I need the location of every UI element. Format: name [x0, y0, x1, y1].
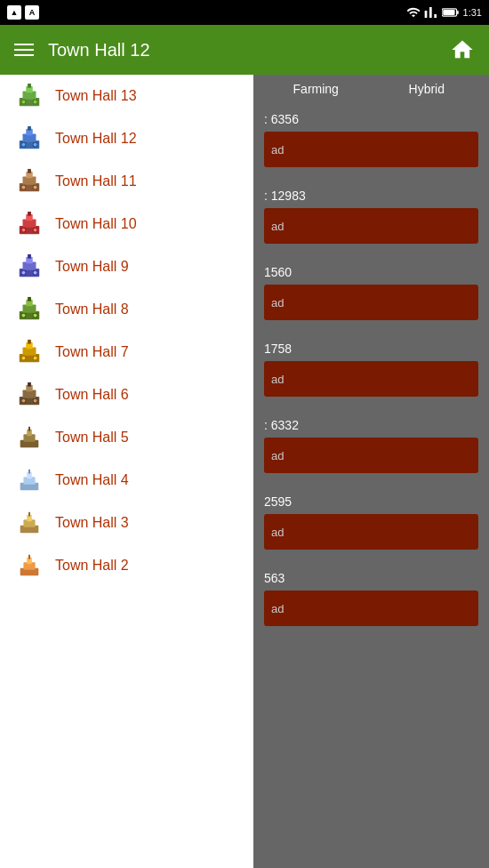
sidebar: Town Hall 13 Town Hall 12: [0, 75, 253, 868]
th7-label: Town Hall 7: [55, 344, 129, 360]
th2-icon: [14, 551, 44, 581]
sidebar-item-th8[interactable]: Town Hall 8: [0, 288, 253, 331]
main-content: Town Hall 13 Town Hall 12: [0, 75, 489, 868]
data-bar-7[interactable]: ad: [264, 591, 478, 626]
data-bar-text-5: ad: [271, 449, 284, 462]
status-left-icons: ▲ A: [7, 5, 39, 20]
sidebar-item-th10[interactable]: Town Hall 10: [0, 203, 253, 245]
th3-label: Town Hall 3: [55, 515, 129, 531]
data-value-1: : 6356: [264, 112, 478, 126]
th2-label: Town Hall 2: [55, 558, 129, 574]
data-bar-text-3: ad: [271, 296, 284, 309]
sidebar-item-th9[interactable]: Town Hall 9: [0, 245, 253, 288]
th5-icon: [14, 422, 44, 453]
th13-icon: [14, 81, 44, 111]
svg-point-65: [22, 399, 26, 403]
status-bar: ▲ A 1:31: [0, 0, 489, 25]
data-section-6: 2595 ad: [253, 486, 489, 562]
column-headers: Farming Hybrid: [253, 75, 489, 103]
svg-rect-46: [28, 297, 31, 301]
data-section-4: 1758 ad: [253, 333, 489, 409]
svg-rect-22: [28, 169, 31, 173]
data-bar-4[interactable]: ad: [264, 361, 478, 397]
sidebar-item-th7[interactable]: Town Hall 7: [0, 331, 253, 374]
svg-point-26: [34, 186, 37, 189]
svg-rect-70: [28, 427, 30, 431]
sidebar-item-th2[interactable]: Town Hall 2: [0, 544, 253, 587]
svg-rect-14: [28, 126, 31, 131]
data-bar-text-6: ad: [271, 526, 284, 539]
data-bar-2[interactable]: ad: [264, 208, 478, 244]
th11-icon: [14, 166, 44, 197]
th8-icon: [14, 294, 44, 325]
data-section-7: 563 ad: [253, 562, 489, 639]
menu-button[interactable]: [14, 44, 34, 56]
svg-rect-78: [28, 512, 30, 517]
svg-rect-54: [28, 340, 31, 344]
th6-label: Town Hall 6: [55, 387, 129, 403]
home-button[interactable]: [450, 37, 475, 62]
right-panel: Farming Hybrid : 6356 ad : 12983 ad 1560…: [253, 75, 489, 868]
time-display: 1:31: [463, 7, 482, 18]
th9-icon: [14, 252, 44, 282]
svg-point-58: [34, 357, 37, 360]
sidebar-item-th3[interactable]: Town Hall 3: [0, 502, 253, 544]
svg-point-34: [34, 229, 37, 232]
signal-icon: [424, 5, 438, 20]
svg-point-50: [34, 314, 37, 317]
sidebar-item-th5[interactable]: Town Hall 5: [0, 416, 253, 459]
status-right-icons: 1:31: [406, 5, 482, 20]
th10-label: Town Hall 10: [55, 216, 137, 232]
data-section-1: : 6356 ad: [253, 103, 489, 180]
app-title: Town Hall 12: [48, 40, 150, 60]
col-header-hybrid: Hybrid: [375, 82, 479, 96]
svg-rect-30: [28, 212, 31, 216]
data-section-3: 1560 ad: [253, 256, 489, 333]
android-icon: ▲: [7, 5, 21, 20]
svg-point-66: [34, 399, 37, 403]
svg-rect-82: [28, 555, 30, 559]
th11-label: Town Hall 11: [55, 173, 137, 189]
data-value-3: 1560: [264, 265, 478, 279]
th12-icon: [14, 124, 44, 154]
data-bar-text-1: ad: [271, 143, 284, 157]
sidebar-item-th4[interactable]: Town Hall 4: [0, 459, 253, 502]
th3-icon: [14, 508, 44, 538]
svg-point-18: [34, 143, 37, 147]
sidebar-item-th13[interactable]: Town Hall 13: [0, 75, 253, 117]
svg-point-42: [34, 271, 37, 275]
data-value-6: 2595: [264, 494, 478, 509]
svg-point-57: [22, 357, 26, 360]
app-bar-left: Town Hall 12: [14, 40, 150, 60]
data-bar-text-2: ad: [271, 220, 284, 233]
data-bar-5[interactable]: ad: [264, 438, 478, 473]
data-section-5: : 6332 ad: [253, 409, 489, 486]
app-bar: Town Hall 12: [0, 25, 489, 75]
svg-rect-1: [457, 11, 459, 14]
data-bar-text-4: ad: [271, 373, 284, 386]
data-value-2: : 12983: [264, 189, 478, 203]
svg-point-17: [22, 143, 26, 147]
wifi-icon: [406, 5, 421, 20]
th4-icon: [14, 465, 44, 495]
th8-label: Town Hall 8: [55, 301, 129, 317]
sidebar-item-th11[interactable]: Town Hall 11: [0, 160, 253, 203]
th6-icon: [14, 380, 44, 410]
data-bar-6[interactable]: ad: [264, 514, 478, 550]
svg-rect-38: [28, 254, 31, 259]
data-bar-1[interactable]: ad: [264, 132, 478, 167]
data-value-7: 563: [264, 571, 478, 585]
svg-rect-2: [443, 10, 454, 15]
data-bar-3[interactable]: ad: [264, 285, 478, 320]
sidebar-item-th6[interactable]: Town Hall 6: [0, 374, 253, 416]
svg-point-9: [22, 100, 26, 104]
svg-point-49: [22, 314, 26, 317]
svg-point-25: [22, 186, 26, 189]
svg-rect-6: [28, 84, 31, 88]
th9-label: Town Hall 9: [55, 259, 129, 275]
sidebar-item-th12[interactable]: Town Hall 12: [0, 117, 253, 160]
data-value-5: : 6332: [264, 418, 478, 432]
svg-rect-74: [28, 470, 30, 474]
th5-label: Town Hall 5: [55, 430, 129, 446]
app-icon: A: [25, 5, 39, 20]
